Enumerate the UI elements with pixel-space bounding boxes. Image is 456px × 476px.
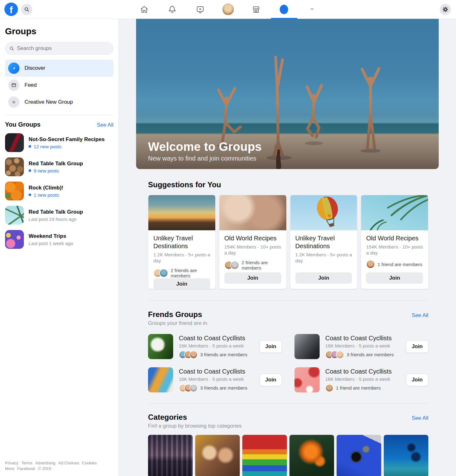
group-list-item[interactable]: Rock (Climb)! 1 new posts [5, 182, 113, 200]
your-groups-heading: You Groups [5, 121, 41, 128]
group-status: 9 new posts [34, 168, 59, 173]
group-meta: 1.2K Members · 5+ posts a day [295, 252, 352, 264]
group-name: Red Table Talk Group [29, 209, 83, 215]
settings-gear-icon[interactable] [440, 4, 451, 15]
footer-link-ad-choices[interactable]: Ad Choices [58, 461, 79, 465]
group-name[interactable]: Old World Recipes [224, 234, 281, 242]
hero-title: Welcome to Groups [148, 140, 262, 154]
search-icon[interactable] [21, 4, 32, 15]
group-name[interactable]: Old World Recipes [366, 234, 423, 242]
category-tile-party-friends[interactable] [195, 435, 240, 476]
groups-active-icon [280, 5, 288, 14]
sidebar-item-create-new-group[interactable]: Creative New Group [5, 94, 113, 111]
suggestion-card: Old World Recipes 154K Members · 10+ pos… [361, 195, 428, 289]
hot-air-balloon-image[interactable] [290, 195, 357, 230]
sidebar-divider [5, 115, 113, 115]
category-tile-scuba-divers[interactable] [384, 435, 428, 476]
categories-heading: Categories [148, 413, 242, 422]
member-avatars [179, 384, 198, 392]
join-button[interactable]: Join [406, 340, 428, 353]
bird-illustration-thumb [5, 230, 24, 249]
sunset-plains-image[interactable] [148, 195, 215, 230]
category-tile-rainbow-love-mural[interactable] [242, 435, 287, 476]
categories-see-all-link[interactable]: See All [412, 415, 428, 421]
sidebar-item-discover[interactable]: Discover [5, 60, 113, 77]
watch-icon[interactable] [194, 0, 206, 19]
join-button[interactable]: Join [260, 374, 282, 386]
desk-laptop-image[interactable] [294, 334, 320, 359]
footer-link-terms[interactable]: Terms [21, 461, 32, 465]
join-button[interactable]: Join [153, 278, 210, 289]
facebook-logo[interactable]: f [4, 3, 18, 16]
join-button[interactable]: Join [260, 340, 282, 353]
profile-avatar[interactable] [222, 0, 234, 19]
group-name[interactable]: Coast to Coast Cycllists [179, 335, 260, 342]
suggestion-card: Unlikey Travel Destinations 1.2K Members… [290, 195, 358, 289]
friends-groups-see-all-link[interactable]: See All [412, 312, 428, 319]
notifications-icon[interactable] [166, 0, 179, 19]
category-tile-blue-phone-camera[interactable] [337, 435, 381, 476]
group-list-item[interactable]: Weekend Trips Last post 1 week ago [5, 230, 113, 249]
group-name[interactable]: Coast to Coast Cycllists [325, 368, 406, 375]
sidebar-menu: Discover Feed Creative New Group [5, 60, 113, 111]
groups-icon[interactable] [278, 0, 290, 19]
friends-group-row: Coast to Coast Cycllists 16K Members · 5… [294, 367, 428, 392]
unread-dot [29, 145, 31, 148]
father-and-baby-image[interactable] [219, 195, 286, 230]
footer-link-privacy[interactable]: Privacy [5, 461, 19, 465]
join-button[interactable]: Join [224, 272, 281, 284]
join-button[interactable]: Join [295, 272, 352, 284]
sidebar-item-label: Feed [25, 82, 37, 88]
join-button[interactable]: Join [366, 272, 423, 284]
active-tab-indicator [271, 18, 297, 19]
member-avatars [325, 384, 333, 392]
abstract-paint-image[interactable] [148, 367, 173, 392]
group-name[interactable]: Coast to Coast Cycllists [179, 368, 260, 375]
climbing-thumb [5, 133, 24, 152]
category-tile-orange-lily[interactable] [289, 435, 334, 476]
group-list-item[interactable]: Not-So-Secret Family Recipes 12 new post… [5, 133, 113, 152]
friends-members-label: 2 friends are members [171, 268, 210, 278]
search-groups-input[interactable] [17, 45, 99, 52]
wood-logs-thumb [5, 157, 24, 176]
group-status: 1 new posts [34, 192, 59, 198]
palm-leaves-image[interactable] [361, 195, 428, 230]
friends-group-row: Coast to Coast Cycllists 16K Members · 5… [148, 367, 282, 392]
group-name[interactable]: Unlikey Travel Destinations [295, 234, 352, 250]
sidebar-item-feed[interactable]: Feed [5, 77, 113, 94]
unread-dot [29, 169, 31, 172]
suggestion-card: Unlikey Travel Destinations 1.2K Members… [148, 195, 216, 289]
page-title: Groups [5, 26, 113, 36]
join-button[interactable]: Join [406, 374, 428, 386]
friends-members-label: 1 friend are members [377, 262, 422, 267]
friend-avatar [230, 261, 239, 270]
home-icon[interactable] [138, 0, 151, 19]
group-name: Weekend Trips [29, 233, 73, 239]
search-groups-field[interactable] [5, 42, 113, 55]
group-name[interactable]: Unlikey Travel Destinations [153, 234, 210, 250]
category-tile-city-skyline[interactable] [148, 435, 193, 476]
pink-abstract-image[interactable] [294, 367, 320, 392]
group-meta: 16K Members · 5 posts a week [325, 343, 406, 348]
your-groups-see-all-link[interactable]: See All [97, 122, 113, 128]
marketplace-icon[interactable] [250, 0, 262, 19]
footer-copyright: © 2019 [38, 466, 51, 471]
footer-link-facebook[interactable]: Facebook [17, 466, 35, 471]
friends-members-label: 2 friends are members [242, 260, 281, 271]
group-meta: 16K Members · 5 posts a week [179, 343, 260, 348]
bald-eagle-image[interactable] [148, 334, 173, 359]
hero-subtitle: New ways to find and join communities [148, 155, 262, 162]
footer-link-more[interactable]: More [5, 466, 14, 471]
main-content: Welcome to Groups New ways to find and j… [119, 19, 456, 476]
footer-links: PrivacyTermsAdvertisingAd ChoicesCookies… [5, 460, 109, 472]
feed-icon [8, 79, 19, 91]
footer-link-advertising[interactable]: Advertising [35, 461, 55, 465]
friends-members-label: 1 friend are members [336, 385, 381, 391]
member-avatars [153, 269, 168, 277]
group-name[interactable]: Coast to Coast Cycllists [325, 335, 406, 342]
friends-groups-subheading: Groups your friend are in. [148, 320, 209, 326]
group-list-item[interactable]: Red Table Talk Group Last post 24 hours … [5, 206, 113, 225]
messenger-icon[interactable] [306, 0, 318, 19]
group-list-item[interactable]: Red Table Talk Group 9 new posts [5, 157, 113, 176]
footer-link-cookies[interactable]: Cookies [82, 461, 97, 465]
